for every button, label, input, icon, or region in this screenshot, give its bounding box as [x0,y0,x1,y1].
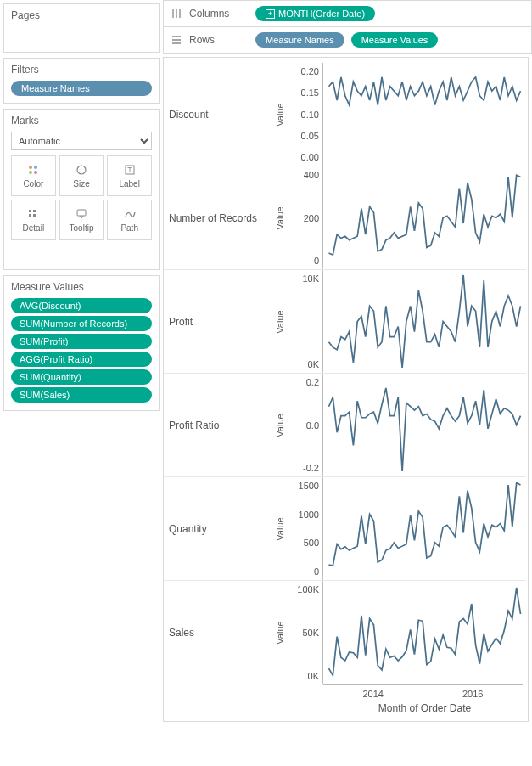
filters-shelf[interactable]: Filters Measure Names [3,58,160,104]
left-panel: Pages Filters Measure Names Marks Automa… [0,0,163,725]
x-axis-label: Month of Order Date [323,701,526,718]
tooltip-icon [76,207,87,221]
y-ticks: 4002000 [288,166,323,269]
path-icon [124,207,136,221]
chart-rows: DiscountValue0.200.150.100.050.00Number … [164,63,526,684]
right-panel: Columns +MONTH(Order Date) Rows Measure … [163,0,532,725]
y-ticks: 100K50K0K [288,581,323,684]
label-icon: T [124,163,136,177]
svg-point-1 [34,166,37,169]
chart-row: DiscountValue0.200.150.100.050.00 [164,63,526,166]
svg-rect-11 [77,210,86,216]
svg-point-2 [29,171,32,174]
row-label: Profit [164,270,272,373]
detail-icon [27,207,39,221]
x-axis: 20142016 [164,684,526,701]
y-ticks: 10K0K [288,270,323,373]
y-axis-label: Value [272,581,288,684]
columns-icon [171,8,182,20]
mv-pill[interactable]: SUM(Sales) [11,387,152,403]
chart-row: ProfitValue10K0K [164,270,526,374]
shelves: Columns +MONTH(Order Date) Rows Measure … [163,0,532,54]
marks-grid: ColorSizeTLabelDetailTooltipPath [11,155,152,240]
svg-point-3 [34,171,37,174]
mv-pill[interactable]: SUM(Profit) [11,334,152,349]
plot[interactable] [323,270,526,373]
svg-point-0 [29,166,32,169]
y-axis-label: Value [272,63,288,166]
mark-btn-color[interactable]: Color [11,155,56,196]
charts-area: DiscountValue0.200.150.100.050.00Number … [163,57,529,722]
y-axis-label: Value [272,477,288,580]
columns-shelf[interactable]: Columns +MONTH(Order Date) [163,0,532,27]
rows-icon [171,34,182,46]
color-icon [27,163,39,177]
mv-pill[interactable]: AVG(Discount) [11,298,152,313]
filters-title: Filters [11,64,152,76]
measure-values-card[interactable]: Measure Values AVG(Discount)SUM(Number o… [3,275,160,411]
mv-pill[interactable]: SUM(Number of Records) [11,316,152,331]
row-label: Number of Records [164,166,272,269]
y-axis-label: Value [272,374,288,476]
chart-row: SalesValue100K50K0K [164,581,526,684]
row-label: Sales [164,581,272,684]
plot[interactable] [323,374,526,476]
rows-pill-measure-values[interactable]: Measure Values [351,32,439,48]
mv-pill-list: AVG(Discount)SUM(Number of Records)SUM(P… [11,298,152,403]
y-axis-label: Value [272,166,288,269]
y-ticks: 0.200.150.100.050.00 [288,63,323,166]
mark-btn-label[interactable]: TLabel [107,155,152,196]
marks-title: Marks [11,115,152,127]
svg-text:T: T [127,166,132,174]
columns-label: Columns [189,8,249,20]
chart-row: Number of RecordsValue4002000 [164,166,526,270]
svg-rect-8 [33,210,36,212]
svg-rect-10 [33,214,36,217]
x-ticks: 20142016 [323,684,523,701]
mv-pill[interactable]: SUM(Quantity) [11,369,152,385]
size-icon [76,163,87,177]
filter-pill-measure-names[interactable]: Measure Names [11,81,152,96]
mark-btn-tooltip[interactable]: Tooltip [59,200,104,240]
columns-pill[interactable]: +MONTH(Order Date) [255,6,375,21]
row-label: Quantity [164,477,272,580]
plot[interactable] [323,477,526,580]
pages-title: Pages [11,9,152,21]
chart-row: QuantityValue150010005000 [164,477,526,581]
measure-values-title: Measure Values [11,281,152,293]
svg-rect-9 [29,214,31,217]
plot[interactable] [323,63,526,166]
mark-btn-size[interactable]: Size [59,155,104,196]
pages-shelf[interactable]: Pages [3,3,160,53]
mv-pill[interactable]: AGG(Profit Ratio) [11,352,152,367]
rows-shelf[interactable]: Rows Measure Names Measure Values [163,27,532,54]
y-axis-label: Value [272,270,288,373]
mark-btn-path[interactable]: Path [107,200,152,240]
svg-point-4 [77,166,86,174]
mark-btn-detail[interactable]: Detail [11,200,56,240]
rows-label: Rows [189,34,249,46]
row-label: Profit Ratio [164,374,272,476]
plot[interactable] [323,166,526,269]
plot[interactable] [323,581,526,684]
y-ticks: 0.20.0-0.2 [288,374,323,476]
row-label: Discount [164,63,272,166]
chart-row: Profit RatioValue0.20.0-0.2 [164,374,526,477]
y-ticks: 150010005000 [288,477,323,580]
mark-type-select[interactable]: Automatic [11,132,152,150]
marks-card: Marks Automatic ColorSizeTLabelDetailToo… [3,109,160,270]
rows-pill-measure-names[interactable]: Measure Names [255,32,344,48]
svg-rect-7 [29,210,31,212]
